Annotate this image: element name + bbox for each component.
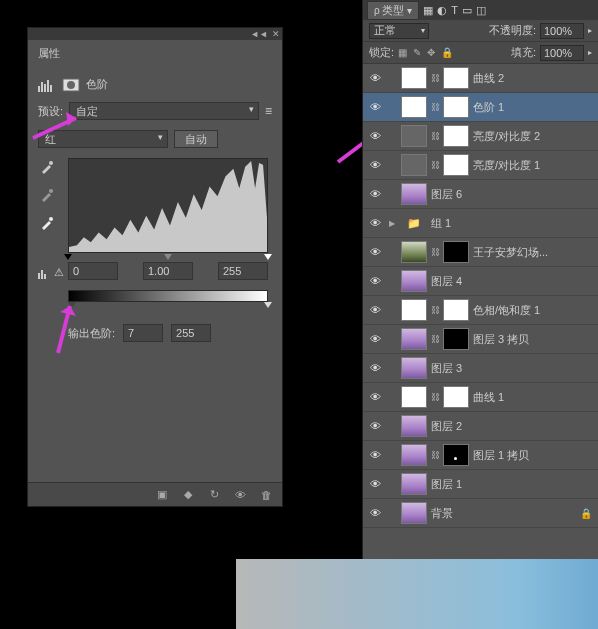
- layer-name[interactable]: 组 1: [431, 216, 594, 231]
- layer-name[interactable]: 色阶 1: [473, 100, 594, 115]
- auto-button[interactable]: 自动: [174, 130, 218, 148]
- filter-pixel-icon[interactable]: ▦: [423, 4, 433, 17]
- eyedropper-white-icon[interactable]: [38, 214, 56, 232]
- link-icon[interactable]: ⛓: [431, 73, 439, 83]
- link-icon[interactable]: ⛓: [431, 102, 439, 112]
- adjustment-thumb[interactable]: [401, 96, 427, 118]
- visibility-toggle-icon[interactable]: 👁: [367, 72, 383, 84]
- lock-transparency-icon[interactable]: ▦: [398, 47, 407, 58]
- link-icon[interactable]: ⛓: [431, 450, 439, 460]
- lock-all-icon[interactable]: 🔒: [441, 47, 453, 58]
- layer-row[interactable]: 👁背景🔒: [363, 499, 598, 528]
- visibility-toggle-icon[interactable]: 👁: [367, 449, 383, 461]
- layer-thumb[interactable]: [401, 415, 427, 437]
- white-point-slider[interactable]: [264, 254, 272, 260]
- visibility-toggle-icon[interactable]: 👁: [367, 275, 383, 287]
- input-sliders[interactable]: [68, 254, 268, 262]
- eyedropper-gray-icon[interactable]: [38, 186, 56, 204]
- visibility-toggle-icon[interactable]: 👁: [367, 304, 383, 316]
- adjustment-thumb[interactable]: [401, 386, 427, 408]
- preset-menu-icon[interactable]: ≡: [265, 104, 272, 118]
- visibility-toggle-icon[interactable]: 👁: [367, 246, 383, 258]
- collapse-icon[interactable]: ◄◄: [250, 29, 268, 39]
- input-black-field[interactable]: 0: [68, 262, 118, 280]
- layer-row[interactable]: 👁图层 6: [363, 180, 598, 209]
- layer-name[interactable]: 曲线 1: [473, 390, 594, 405]
- layer-name[interactable]: 王子安梦幻场...: [473, 245, 594, 260]
- filter-type-select[interactable]: ρ 类型 ▾: [367, 1, 419, 20]
- mask-thumb[interactable]: [443, 386, 469, 408]
- histogram[interactable]: [68, 158, 268, 253]
- layer-thumb[interactable]: [401, 183, 427, 205]
- mask-thumb[interactable]: [443, 154, 469, 176]
- layer-name[interactable]: 图层 1 拷贝: [473, 448, 594, 463]
- layer-name[interactable]: 图层 1: [431, 477, 594, 492]
- clip-mask-icon[interactable]: ▣: [154, 487, 170, 503]
- layer-name[interactable]: 亮度/对比度 1: [473, 158, 594, 173]
- visibility-toggle-icon[interactable]: 👁: [367, 420, 383, 432]
- layer-row[interactable]: 👁图层 2: [363, 412, 598, 441]
- trash-icon[interactable]: 🗑: [258, 487, 274, 503]
- visibility-toggle-icon[interactable]: 👁: [367, 507, 383, 519]
- mask-thumb[interactable]: [443, 96, 469, 118]
- adjustment-thumb[interactable]: [401, 154, 427, 176]
- reset-icon[interactable]: ↻: [206, 487, 222, 503]
- layer-thumb[interactable]: [401, 328, 427, 350]
- visibility-toggle-icon[interactable]: 👁: [367, 188, 383, 200]
- adjustment-thumb[interactable]: [401, 125, 427, 147]
- link-icon[interactable]: ⛓: [431, 334, 439, 344]
- previous-state-icon[interactable]: ◆: [180, 487, 196, 503]
- output-black-slider[interactable]: [68, 302, 76, 308]
- layer-thumb[interactable]: [401, 357, 427, 379]
- filter-adj-icon[interactable]: ◐: [437, 4, 447, 17]
- output-white-field[interactable]: 255: [171, 324, 211, 342]
- layer-thumb[interactable]: [401, 241, 427, 263]
- opacity-field[interactable]: 100%: [540, 23, 584, 39]
- lock-paint-icon[interactable]: ✎: [413, 47, 421, 58]
- layer-name[interactable]: 亮度/对比度 2: [473, 129, 594, 144]
- layer-name[interactable]: 图层 6: [431, 187, 594, 202]
- black-point-slider[interactable]: [64, 254, 72, 260]
- mask-thumb[interactable]: [443, 444, 469, 466]
- link-icon[interactable]: ⛓: [431, 247, 439, 257]
- input-white-field[interactable]: 255: [218, 262, 268, 280]
- layer-row[interactable]: 👁⛓图层 1 拷贝: [363, 441, 598, 470]
- layer-row[interactable]: 👁⛓色相/饱和度 1: [363, 296, 598, 325]
- layer-row[interactable]: 👁⛓王子安梦幻场...: [363, 238, 598, 267]
- layer-name[interactable]: 图层 4: [431, 274, 594, 289]
- adjustment-thumb[interactable]: [401, 299, 427, 321]
- layer-name[interactable]: 色相/饱和度 1: [473, 303, 594, 318]
- layer-name[interactable]: 曲线 2: [473, 71, 594, 86]
- filter-shape-icon[interactable]: ▭: [462, 4, 472, 17]
- fill-flyout-icon[interactable]: ▸: [588, 48, 592, 57]
- mask-thumb[interactable]: [443, 328, 469, 350]
- visibility-toggle-icon[interactable]: 👁: [367, 217, 383, 229]
- lock-position-icon[interactable]: ✥: [427, 47, 435, 58]
- preset-select[interactable]: 自定: [69, 102, 259, 120]
- visibility-toggle-icon[interactable]: 👁: [367, 130, 383, 142]
- layer-row[interactable]: 👁⛓曲线 2: [363, 64, 598, 93]
- expand-icon[interactable]: ▶: [387, 219, 397, 228]
- visibility-toggle-icon[interactable]: 👁: [367, 478, 383, 490]
- output-black-field[interactable]: 7: [123, 324, 163, 342]
- layer-row[interactable]: 👁⛓曲线 1: [363, 383, 598, 412]
- layer-row[interactable]: 👁图层 4: [363, 267, 598, 296]
- channel-select[interactable]: 红: [38, 130, 168, 148]
- output-gradient[interactable]: [68, 290, 268, 302]
- layer-thumb[interactable]: [401, 502, 427, 524]
- layer-name[interactable]: 图层 3: [431, 361, 594, 376]
- gamma-slider[interactable]: [164, 254, 172, 260]
- visibility-toggle-icon[interactable]: 👁: [367, 101, 383, 113]
- mask-icon[interactable]: [62, 78, 80, 92]
- eyedropper-black-icon[interactable]: [38, 158, 56, 176]
- filter-text-icon[interactable]: T: [451, 4, 458, 16]
- visibility-toggle-icon[interactable]: 👁: [367, 362, 383, 374]
- blend-mode-select[interactable]: 正常: [369, 23, 429, 39]
- mask-thumb[interactable]: [443, 125, 469, 147]
- fill-field[interactable]: 100%: [540, 45, 584, 61]
- link-icon[interactable]: ⛓: [431, 305, 439, 315]
- mask-thumb[interactable]: [443, 299, 469, 321]
- layer-row[interactable]: 👁⛓色阶 1: [363, 93, 598, 122]
- layer-thumb[interactable]: [401, 473, 427, 495]
- layer-name[interactable]: 图层 2: [431, 419, 594, 434]
